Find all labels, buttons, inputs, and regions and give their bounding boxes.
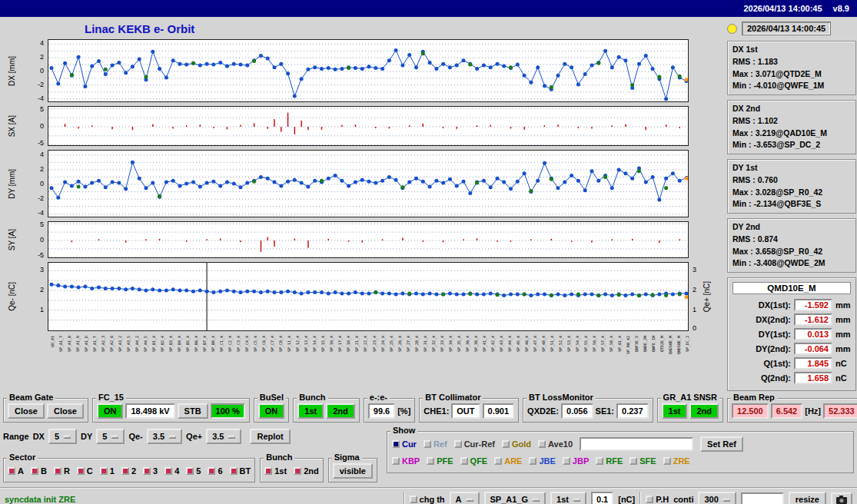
station-label: SP_A4_5: [144, 336, 148, 352]
chg-th-checkbox-item[interactable]: chg th: [410, 495, 445, 504]
range-qe-minus-select[interactable]: 3.5: [147, 429, 182, 444]
bunch-2nd-button[interactable]: 2nd: [326, 403, 355, 419]
ph-checkbox-item[interactable]: P.H: [646, 495, 669, 504]
beam-gate-close-button-2[interactable]: Close: [47, 403, 84, 419]
sector-checkbox-item[interactable]: 2: [121, 466, 136, 476]
sector-checkbox-item[interactable]: R: [54, 466, 70, 476]
station-label: SP_A1_8: [68, 336, 71, 352]
sigma-title: Sigma: [332, 453, 362, 463]
show-overlay-checkbox-item[interactable]: PFE: [427, 456, 453, 466]
resize-button[interactable]: resize: [789, 492, 826, 504]
checkbox[interactable]: [31, 467, 38, 475]
checkbox[interactable]: [54, 467, 61, 475]
checkbox[interactable]: [596, 457, 603, 465]
sector-checkbox-item[interactable]: A: [8, 466, 24, 476]
checkbox[interactable]: [663, 457, 671, 465]
snsr-2nd-button[interactable]: 2nd: [689, 403, 719, 419]
checkbox[interactable]: [563, 457, 570, 465]
checkbox[interactable]: [646, 496, 653, 503]
bunch-checkbox-item[interactable]: 2nd: [294, 466, 319, 476]
y-tick-label: 3: [40, 267, 44, 274]
sector-checkbox-item[interactable]: 5: [186, 466, 201, 476]
checkbox[interactable]: [186, 467, 194, 475]
qxd2e-label: QXD2E:: [527, 406, 559, 416]
fc15-stb-button[interactable]: STB: [178, 403, 208, 419]
show-overlay-checkbox-item[interactable]: JBE: [529, 456, 555, 466]
station-label: SP_41_4: [483, 336, 487, 352]
device-value: SP_A1_G: [490, 494, 529, 504]
show-overlay-checkbox-item[interactable]: KBP: [392, 456, 420, 466]
set-ref-button[interactable]: Set Ref: [700, 436, 743, 452]
checkbox[interactable]: [392, 457, 400, 465]
threshold-display: 0.1: [591, 492, 613, 504]
checkbox[interactable]: [392, 440, 400, 448]
range-dy-value: 5: [102, 431, 107, 442]
station-label: SP_C6_4: [262, 336, 266, 352]
checkbox[interactable]: [164, 467, 172, 475]
ref-name-input[interactable]: [580, 437, 693, 451]
sector-checkbox-item[interactable]: 3: [143, 466, 158, 476]
checkbox[interactable]: [502, 440, 510, 448]
checkbox[interactable]: [143, 467, 151, 475]
snapshot-button[interactable]: [831, 492, 852, 504]
station-label: QWFE_1M: [652, 336, 656, 352]
checkbox[interactable]: [8, 467, 15, 475]
fc15-on-button[interactable]: ON: [97, 403, 124, 419]
show-checkbox-item[interactable]: Cur-Ref: [454, 439, 495, 449]
acquisition-timestamp: 2026/04/13 14:00:45: [742, 22, 831, 35]
busel-on-button[interactable]: ON: [258, 403, 285, 419]
sector-checkbox-item[interactable]: B: [31, 466, 47, 476]
range-dx-value: 5: [55, 431, 59, 442]
show-checkbox-item[interactable]: Ave10: [538, 439, 573, 449]
show-checkbox-item[interactable]: Gold: [502, 439, 531, 449]
range-dy-select[interactable]: 5: [96, 429, 125, 444]
checkbox[interactable]: [230, 467, 238, 475]
checkbox[interactable]: [454, 440, 462, 448]
checkbox[interactable]: [529, 457, 536, 465]
checkbox[interactable]: [460, 457, 468, 465]
sigma-visible-button[interactable]: visible: [333, 463, 373, 479]
sector-checkbox-item[interactable]: 6: [208, 466, 222, 476]
checkbox[interactable]: [121, 467, 129, 475]
option-menu-indicator-icon: [64, 436, 71, 438]
stat-max: Max : 3.028@SP_R0_42: [732, 187, 851, 199]
show-overlay-checkbox-item[interactable]: ZRE: [663, 456, 690, 466]
device-select[interactable]: SP_A1_G: [484, 492, 546, 504]
checkbox[interactable]: [427, 457, 434, 465]
show-checkbox-item[interactable]: Ref: [424, 439, 447, 449]
checkbox[interactable]: [208, 467, 215, 475]
show-checkbox-item[interactable]: Cur: [392, 439, 417, 449]
show-overlay-checkbox-item[interactable]: JBP: [563, 456, 589, 466]
sector-checkbox-item[interactable]: C: [77, 466, 93, 476]
monitor-row-value: 0.013: [794, 328, 832, 340]
checkbox[interactable]: [494, 457, 502, 465]
period-select[interactable]: 300: [698, 492, 736, 504]
sector-checkbox-item[interactable]: 4: [164, 466, 179, 476]
bunch-select[interactable]: 1st: [550, 492, 586, 504]
checkbox[interactable]: [77, 467, 85, 475]
checkbox[interactable]: [100, 467, 108, 475]
range-qe-plus-select[interactable]: 3.5: [206, 429, 241, 444]
checkbox[interactable]: [410, 496, 417, 503]
show-overlay-checkbox-item[interactable]: QFE: [460, 456, 488, 466]
show-overlay-checkbox-item[interactable]: ARE: [494, 456, 522, 466]
range-dx-select[interactable]: 5: [48, 429, 77, 444]
show-overlay-checkbox-item[interactable]: RFE: [596, 456, 623, 466]
checkbox[interactable]: [629, 457, 637, 465]
bunch-1st-button[interactable]: 1st: [297, 403, 324, 419]
show-overlay-checkbox-item[interactable]: SFE: [629, 456, 656, 466]
mode-select[interactable]: A: [450, 492, 480, 504]
sector-checkbox-item[interactable]: 1: [100, 466, 115, 476]
snsr-1st-button[interactable]: 1st: [662, 403, 688, 419]
station-label: SP_12_4: [296, 336, 300, 352]
replot-button[interactable]: Replot: [250, 429, 290, 444]
bunch-checkbox-item[interactable]: 1st: [264, 466, 287, 476]
checkbox[interactable]: [294, 467, 301, 475]
beam-gate-close-button-1[interactable]: Close: [8, 403, 45, 419]
checkbox[interactable]: [424, 440, 431, 448]
y-tick-label: -5: [38, 140, 44, 147]
checkbox[interactable]: [538, 440, 546, 448]
sector-checkbox-item[interactable]: BT: [230, 466, 251, 476]
checkbox[interactable]: [264, 467, 272, 475]
period-input[interactable]: [741, 492, 784, 504]
